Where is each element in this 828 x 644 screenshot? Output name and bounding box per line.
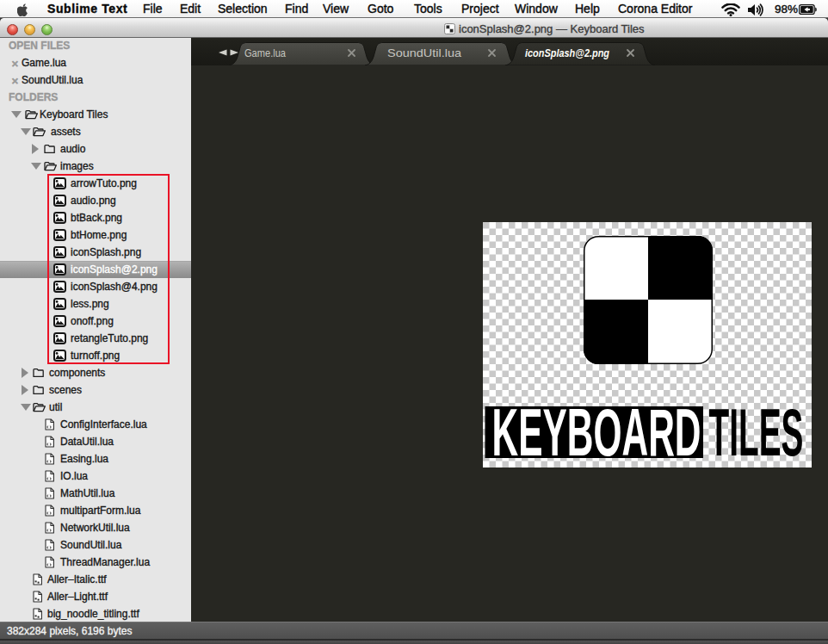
svg-text:SoundUtil.lua: SoundUtil.lua <box>387 46 462 59</box>
svg-text:iconSplash@2.png: iconSplash@2.png <box>525 46 609 59</box>
svg-text:Game.lua: Game.lua <box>244 46 287 59</box>
svg-text:TILES: TILES <box>709 394 804 468</box>
svg-text:KEYBOARD: KEYBOARD <box>492 394 701 468</box>
